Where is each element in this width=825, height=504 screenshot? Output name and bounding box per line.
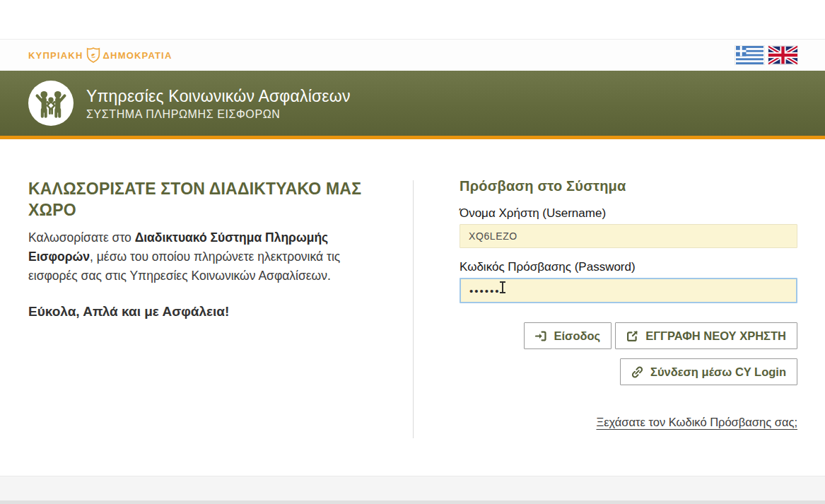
cylogin-button[interactable]: Σύνδεση μέσω CY Login [620,358,797,385]
welcome-slogan: Εύκολα, Απλά και με Ασφάλεια! [28,304,387,320]
site-header: Υπηρεσίες Κοινωνικών Ασφαλίσεων ΣΥΣΤΗΜΑ … [0,71,825,139]
welcome-intro-start: Καλωσορίσατε στο [28,230,135,245]
password-field-wrap [460,274,797,303]
footer-edge [0,500,825,504]
username-label: Όνομα Χρήστη (Username) [460,206,797,221]
republic-word-left: ΚΥΠΡΙΑΚΗ [28,50,83,61]
greek-flag-icon[interactable] [735,46,764,64]
welcome-paragraph: Καλωσορίσατε στο Διαδικτυακό Σύστημα Πλη… [28,228,361,286]
page-footer [0,476,825,504]
welcome-heading: ΚΑΛΩΣΟΡΙΣΑΤΕ ΣΤΟΝ ΔΙΑΔΙΚΤΥΑΚΟ ΜΑΣ ΧΩΡΟ [28,178,387,221]
login-button-label: Είσοδος [554,329,601,343]
site-title: Υπηρεσίες Κοινωνικών Ασφαλίσεων [86,86,351,107]
login-buttons-row: Είσοδος ΕΓΓΡΑΦΗ ΝΕΟΥ ΧΡΗΣΤΗ [460,322,797,349]
government-bar: ΚΥΠΡΙΑΚΗ ΔΗΜΟΚΡΑΤΙΑ [0,39,825,71]
external-link-icon [626,330,638,342]
forgot-password-link[interactable]: Ξεχάσατε τον Κωδικό Πρόσβασης σας; [596,416,797,428]
login-section: Πρόσβαση στο Σύστημα Όνομα Χρήστη (Usern… [460,178,797,429]
republic-of-cyprus-logo: ΚΥΠΡΙΑΚΗ ΔΗΜΟΚΡΑΤΙΑ [28,47,172,64]
column-divider [413,180,414,438]
sign-in-icon [535,330,547,342]
family-figures-icon [28,81,74,126]
chain-link-icon [631,366,643,378]
password-label: Κωδικός Πρόσβασης (Password) [460,260,797,274]
password-input[interactable] [460,278,797,303]
login-button[interactable]: Είσοδος [524,322,612,349]
language-switcher [735,46,797,64]
login-heading: Πρόσβαση στο Σύστημα [460,178,797,194]
uk-flag-icon[interactable] [768,46,797,64]
register-button[interactable]: ΕΓΓΡΑΦΗ ΝΕΟΥ ΧΡΗΣΤΗ [615,322,797,349]
cylogin-row: Σύνδεση μέσω CY Login [460,358,797,385]
login-page: ΚΥΠΡΙΑΚΗ ΔΗΜΟΚΡΑΤΙΑ [0,0,825,504]
site-header-text: Υπηρεσίες Κοινωνικών Ασφαλίσεων ΣΥΣΤΗΜΑ … [86,86,351,121]
site-subtitle: ΣΥΣΤΗΜΑ ΠΛΗΡΩΜΗΣ ΕΙΣΦΟΡΩΝ [86,108,351,121]
cylogin-button-label: Σύνδεση μέσω CY Login [650,365,786,379]
cyprus-shield-icon [86,47,100,64]
welcome-section: ΚΑΛΩΣΟΡΙΣΑΤΕ ΣΤΟΝ ΔΙΑΔΙΚΤΥΑΚΟ ΜΑΣ ΧΩΡΟ Κ… [28,178,387,320]
username-input[interactable] [460,224,797,248]
republic-word-right: ΔΗΜΟΚΡΑΤΙΑ [103,50,172,61]
register-button-label: ΕΓΓΡΑΦΗ ΝΕΟΥ ΧΡΗΣΤΗ [645,329,786,343]
forgot-password-row: Ξεχάσατε τον Κωδικό Πρόσβασης σας; [460,416,797,429]
